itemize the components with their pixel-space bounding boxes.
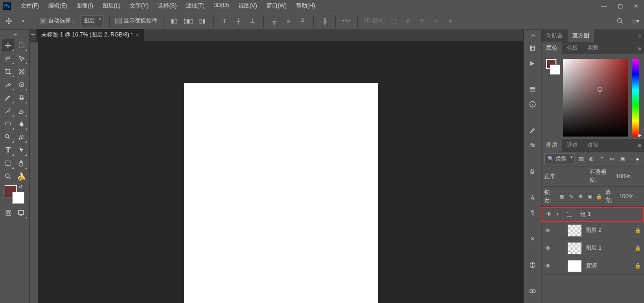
tab-histogram[interactable]: 直方图	[568, 29, 594, 42]
dodge-tool[interactable]	[2, 131, 15, 143]
tab-navigator[interactable]: 导航器	[541, 29, 568, 42]
swap-colors-icon[interactable]: ↺	[19, 184, 22, 189]
zoom-tool[interactable]	[2, 170, 15, 182]
hue-slider[interactable]: ▶	[632, 59, 639, 137]
lock-icon[interactable]: 🔒	[635, 227, 641, 233]
marquee-tool[interactable]	[15, 39, 28, 51]
distribute-top-icon[interactable]: ╥	[269, 16, 280, 26]
ruler-vertical[interactable]	[30, 42, 38, 303]
paragraph-panel-icon[interactable]: ¶	[527, 208, 538, 218]
blend-mode-dropdown[interactable]: 正常	[544, 173, 586, 180]
hand-tool[interactable]	[15, 157, 28, 169]
move-tool-icon[interactable]	[4, 16, 14, 26]
menu-window[interactable]: 窗口(W)	[262, 0, 291, 11]
menu-image[interactable]: 图像(I)	[72, 0, 97, 11]
background-color-swatch[interactable]	[12, 192, 24, 204]
tab-layers[interactable]: 图层	[541, 139, 562, 152]
color-panel-menu-icon[interactable]: ≡	[635, 45, 644, 51]
auto-select-checkbox[interactable]: ✔自动选择：	[40, 17, 76, 25]
healing-tool[interactable]	[15, 79, 28, 91]
shape-tool[interactable]	[2, 157, 15, 169]
eraser-tool[interactable]	[15, 105, 28, 117]
layer-name[interactable]: 组 1	[580, 210, 640, 218]
layer-name[interactable]: 背景	[585, 262, 631, 270]
lock-paint-icon[interactable]: ✎	[568, 193, 574, 200]
menu-filter[interactable]: 滤镜(T)	[181, 0, 209, 11]
fill-input[interactable]: 100%	[619, 193, 641, 200]
more-options-icon[interactable]: •••	[341, 16, 352, 26]
type-tool[interactable]: T	[2, 144, 15, 156]
search-icon[interactable]	[615, 16, 625, 26]
layer-background[interactable]: 👁 背景 🔒	[541, 257, 644, 275]
close-button[interactable]: ✕	[628, 1, 644, 11]
nav-panel-menu-icon[interactable]: ≡	[635, 33, 644, 39]
layer-group-1[interactable]: 👁 ▾ 🗀 组 1	[541, 207, 644, 222]
lock-position-icon[interactable]: ✥	[577, 193, 584, 200]
tab-color[interactable]: 颜色	[541, 42, 562, 54]
visibility-toggle[interactable]: 👁	[544, 245, 552, 252]
document-tab[interactable]: 未标题-1 @ 16.7% (图层 2, RGB/8) * ×	[37, 29, 144, 41]
quick-mask-icon[interactable]	[2, 207, 15, 219]
properties-panel-icon[interactable]	[527, 84, 538, 94]
auto-select-target-dropdown[interactable]: 图层	[80, 15, 104, 26]
menu-3d[interactable]: 3D(D)	[209, 0, 234, 11]
filter-type-icon[interactable]: T	[598, 155, 606, 163]
expand-group-icon[interactable]: ▾	[556, 212, 559, 216]
screen-mode-icon[interactable]	[15, 207, 28, 219]
3d-orbit-icon[interactable]: ◯	[389, 16, 399, 26]
canvas-viewport[interactable]	[38, 42, 523, 303]
align-center-v-icon[interactable]: ┼	[233, 16, 244, 26]
lock-transparency-icon[interactable]: ▦	[558, 193, 565, 200]
brush-tool[interactable]	[2, 92, 15, 104]
3d-slide-icon[interactable]: ■	[445, 16, 455, 26]
visibility-toggle[interactable]: 👁	[544, 263, 552, 269]
lock-artboard-icon[interactable]: ▣	[586, 193, 593, 200]
distribute-v-icon[interactable]: ≡	[283, 16, 294, 26]
banana-tool[interactable]: 🍌	[15, 170, 28, 182]
tools-preset-panel-icon[interactable]: ✕	[527, 234, 538, 244]
brush-settings-panel-icon[interactable]	[527, 140, 538, 151]
pen-tool[interactable]	[15, 131, 28, 143]
menu-help[interactable]: 帮助(H)	[291, 0, 320, 11]
visibility-toggle[interactable]: 👁	[545, 211, 553, 217]
tab-swatches[interactable]: 色板	[562, 42, 583, 54]
filter-pixel-icon[interactable]: ▧	[577, 155, 585, 163]
stamp-tool[interactable]	[15, 92, 28, 104]
crop-tool[interactable]	[2, 65, 15, 78]
expand-panels-icon[interactable]: ◂◂	[31, 32, 34, 36]
lasso-tool[interactable]	[2, 52, 15, 65]
layer-thumbnail[interactable]	[568, 260, 582, 272]
visibility-toggle[interactable]: 👁	[544, 227, 552, 234]
close-tab-icon[interactable]: ×	[136, 32, 139, 38]
distribute-left-icon[interactable]: ╟	[319, 16, 330, 26]
menu-layer[interactable]: 图层(L)	[98, 0, 126, 11]
layer-2[interactable]: 👁 图层 2 🔒	[541, 222, 644, 239]
filter-adjust-icon[interactable]: ◐	[588, 155, 595, 163]
filter-smart-icon[interactable]: ▣	[619, 155, 626, 163]
menu-type[interactable]: 文字(Y)	[125, 0, 153, 11]
color-swatches[interactable]: ↺	[0, 183, 30, 205]
show-transform-checkbox[interactable]: 显示变换控件	[115, 17, 157, 25]
brushes-panel-icon[interactable]	[527, 125, 538, 136]
3d-scale-icon[interactable]: ⤢	[431, 16, 441, 26]
layer-thumbnail[interactable]	[568, 224, 582, 237]
quick-select-tool[interactable]	[15, 52, 28, 65]
clone-source-panel-icon[interactable]	[527, 166, 538, 177]
layer-1[interactable]: 👁 图层 1 🔒	[541, 239, 644, 257]
layer-name[interactable]: 图层 2	[585, 226, 631, 234]
tab-paths[interactable]: 路径	[583, 139, 603, 152]
canvas[interactable]	[184, 83, 378, 303]
3d-panel-icon[interactable]	[527, 260, 538, 270]
history-brush-tool[interactable]	[2, 105, 15, 117]
panel-bg-swatch[interactable]	[550, 65, 560, 75]
menu-select[interactable]: 选择(S)	[153, 0, 181, 11]
maximize-button[interactable]: ▢	[612, 1, 628, 11]
layers-panel-menu-icon[interactable]: ≡	[635, 142, 644, 149]
frame-tool[interactable]	[15, 65, 28, 78]
layer-name[interactable]: 图层 1	[585, 244, 631, 252]
character-panel-icon[interactable]: A	[527, 193, 538, 203]
lock-icon[interactable]: 🔒	[635, 263, 641, 269]
collapse-strip-icon[interactable]: ◂◂	[531, 33, 534, 38]
menu-edit[interactable]: 编辑(E)	[44, 0, 72, 11]
layer-thumbnail[interactable]	[568, 242, 582, 254]
